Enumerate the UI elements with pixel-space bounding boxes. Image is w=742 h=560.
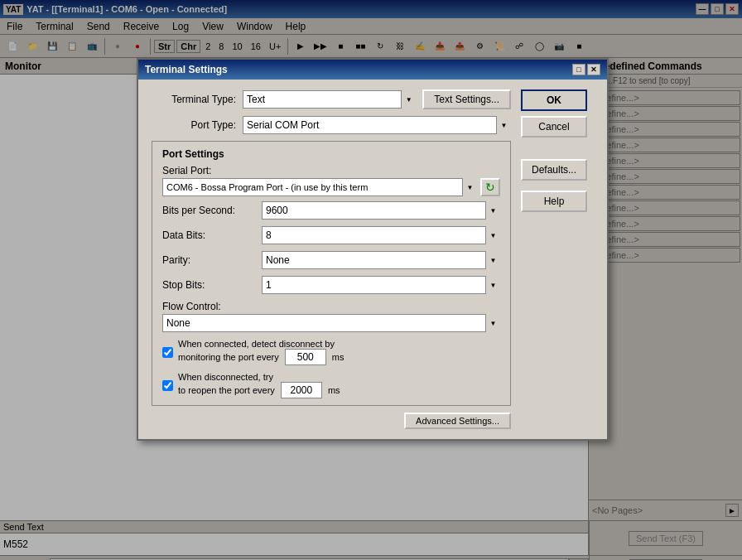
checkbox1-text2: monitoring the port every (178, 352, 279, 362)
terminal-settings-dialog: Terminal Settings □ ✕ Terminal Type: Tex… (137, 58, 609, 441)
modal-overlay: Terminal Settings □ ✕ Terminal Type: Tex… (0, 0, 742, 560)
data-bits-row: Data Bits: 8 ▼ (162, 226, 500, 244)
stop-bits-label: Stop Bits: (162, 279, 262, 291)
serial-port-combo-wrapper: COM6 - Bossa Program Port - (in use by t… (162, 178, 477, 196)
checkbox2-row: When disconnected, try to reopen the por… (162, 372, 500, 398)
checkbox2-input[interactable] (162, 380, 173, 391)
parity-combo-wrapper: None ▼ (262, 251, 500, 269)
checkbox2-value[interactable] (281, 382, 322, 398)
terminal-type-combo-wrapper: Text ▼ (243, 90, 416, 109)
dialog-body: Terminal Type: Text ▼ Text Settings... P… (138, 80, 607, 439)
checkbox1-row: When connected, detect disconnect by mon… (162, 339, 500, 365)
serial-port-label: Serial Port: (162, 165, 500, 176)
terminal-type-row: Terminal Type: Text ▼ Text Settings... (152, 89, 511, 109)
stop-bits-select[interactable]: 1 (262, 276, 500, 294)
dialog-right-buttons: OK Cancel Defaults... Help (511, 89, 594, 429)
cancel-button[interactable]: Cancel (521, 116, 587, 138)
port-type-row: Port Type: Serial COM Port ▼ (152, 116, 511, 134)
checkbox2-text2: to reopen the port every (178, 385, 275, 395)
bps-combo-wrapper: 9600 ▼ (262, 201, 500, 220)
refresh-button[interactable]: ↻ (480, 178, 500, 196)
checkbox1-unit: ms (332, 352, 344, 362)
checkbox1-text: When connected, detect disconnect by mon… (178, 339, 344, 365)
dialog-maximize-button[interactable]: □ (572, 64, 585, 75)
advanced-settings-button[interactable]: Advanced Settings... (404, 413, 511, 429)
port-type-select[interactable]: Serial COM Port (243, 116, 511, 134)
flow-control-combo-wrapper: None ▼ (162, 314, 500, 332)
terminal-type-label: Terminal Type: (152, 94, 243, 105)
serial-port-section: Serial Port: COM6 - Bossa Program Port -… (162, 165, 500, 196)
checkbox1-value[interactable] (285, 349, 326, 365)
parity-row: Parity: None ▼ (162, 251, 500, 269)
bps-select[interactable]: 9600 (262, 201, 500, 220)
defaults-button[interactable]: Defaults... (521, 159, 587, 181)
serial-port-select[interactable]: COM6 - Bossa Program Port - (in use by t… (162, 178, 477, 196)
ok-button[interactable]: OK (521, 89, 587, 111)
flow-control-select[interactable]: None (162, 314, 500, 332)
parity-label: Parity: (162, 254, 262, 266)
port-settings-box: Port Settings Serial Port: COM6 - Bossa … (152, 141, 511, 406)
checkbox2-text: When disconnected, try to reopen the por… (178, 372, 340, 398)
dialog-title-text: Terminal Settings (145, 64, 228, 75)
checkbox2-unit: ms (328, 385, 340, 395)
bps-row: Bits per Second: 9600 ▼ (162, 201, 500, 220)
help-button[interactable]: Help (521, 191, 587, 212)
stop-bits-combo-wrapper: 1 ▼ (262, 276, 500, 294)
data-bits-label: Data Bits: (162, 229, 262, 241)
checkbox1-text1: When connected, detect disconnect by (178, 339, 335, 349)
data-bits-combo-wrapper: 8 ▼ (262, 226, 500, 244)
dialog-close-button[interactable]: ✕ (587, 64, 600, 75)
terminal-type-select[interactable]: Text (243, 90, 416, 109)
parity-select[interactable]: None (262, 251, 500, 269)
flow-control-section: Flow Control: None ▼ (162, 301, 500, 332)
port-type-label: Port Type: (152, 119, 243, 131)
dialog-title-bar: Terminal Settings □ ✕ (138, 60, 607, 80)
bps-label: Bits per Second: (162, 205, 262, 216)
data-bits-select[interactable]: 8 (262, 226, 500, 244)
flow-control-label: Flow Control: (162, 301, 500, 312)
port-settings-title: Port Settings (162, 148, 500, 160)
dialog-left-section: Terminal Type: Text ▼ Text Settings... P… (152, 89, 511, 429)
stop-bits-row: Stop Bits: 1 ▼ (162, 276, 500, 294)
checkbox1-input[interactable] (162, 347, 173, 358)
port-type-combo-wrapper: Serial COM Port ▼ (243, 116, 511, 134)
text-settings-button[interactable]: Text Settings... (422, 89, 511, 109)
checkbox2-text1: When disconnected, try (178, 372, 273, 382)
